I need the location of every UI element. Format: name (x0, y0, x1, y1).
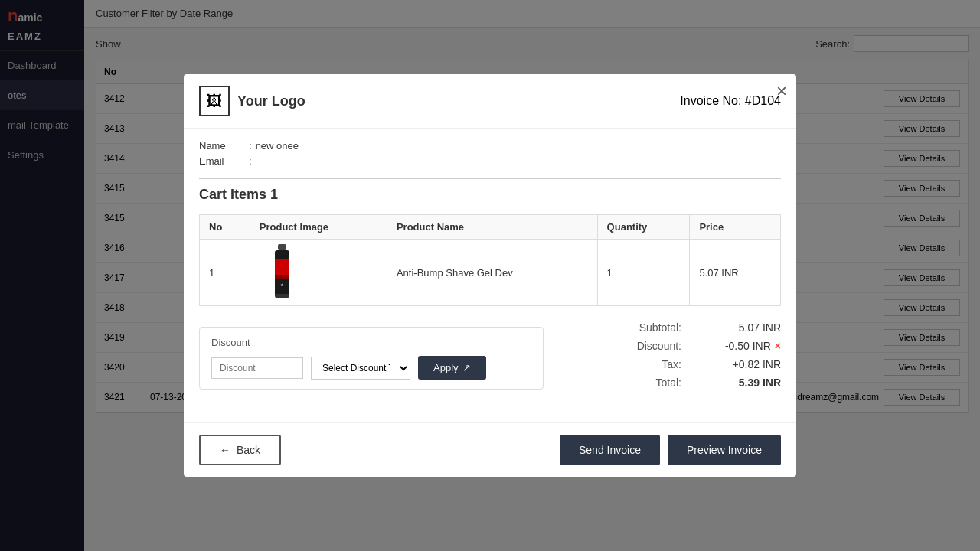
cart-table-header-row: No Product Image Product Name Quantity P… (200, 215, 781, 240)
col-product-name-header: Product Name (387, 215, 597, 240)
svg-rect-2 (275, 259, 289, 275)
total-value: 5.39 INR (704, 377, 781, 389)
section-divider (199, 178, 781, 179)
item-image-cell: ★ (250, 240, 387, 306)
subtotal-row: Subtotal: 5.07 INR (620, 321, 781, 334)
col-quantity-header: Quantity (597, 215, 690, 240)
discount-type-select[interactable]: Select Discount Typ (311, 357, 410, 380)
cart-table: No Product Image Product Name Quantity P… (199, 214, 781, 306)
discount-row: Discount: -0.50 INR × (620, 340, 781, 352)
back-button[interactable]: ← Back (199, 435, 281, 465)
apply-icon: ↗ (462, 362, 471, 373)
discount-remove-icon[interactable]: × (775, 340, 781, 352)
footer-divider (199, 403, 781, 403)
customer-email-row: Email : (199, 155, 781, 167)
tax-row: Tax: +0.82 INR (620, 358, 781, 370)
image-icon: 🖼 (207, 93, 222, 110)
subtotal-label: Subtotal: (620, 321, 681, 334)
name-value: new onee (256, 140, 299, 152)
discount-summary-value: -0.50 INR × (704, 340, 781, 352)
summary-section: Subtotal: 5.07 INR Discount: -0.50 INR ×… (620, 321, 781, 395)
svg-rect-5 (275, 294, 289, 298)
discount-inputs: Select Discount Typ Apply ↗ (211, 356, 531, 380)
svg-rect-0 (278, 244, 286, 250)
product-tube-svg: ★ (269, 244, 296, 302)
preview-invoice-button[interactable]: Preview Invoice (668, 435, 781, 465)
product-image: ★ (260, 246, 305, 299)
logo-text: Your Logo (237, 93, 305, 109)
cart-table-row: 1 ★ (200, 240, 781, 306)
logo-image-placeholder: 🖼 (199, 86, 230, 116)
discount-input-field[interactable] (211, 357, 303, 379)
discount-box: Discount Select Discount Typ Apply ↗ (199, 327, 544, 390)
email-colon: : (249, 155, 252, 167)
modal-logo-area: 🖼 Your Logo (199, 86, 305, 116)
discount-box-label: Discount (211, 337, 531, 348)
modal-header: 🖼 Your Logo Invoice No: #D104 (184, 74, 796, 129)
item-product-name: Anti-Bump Shave Gel Dev (387, 240, 597, 306)
subtotal-value: 5.07 INR (704, 321, 781, 334)
col-price-header: Price (690, 215, 781, 240)
name-label: Name (199, 140, 245, 152)
col-product-image-header: Product Image (250, 215, 387, 240)
tax-label: Tax: (620, 358, 681, 370)
name-colon: : (249, 140, 252, 152)
back-label: Back (237, 444, 260, 456)
total-row: Total: 5.39 INR (620, 377, 781, 389)
col-no-header: No (200, 215, 250, 240)
cart-table-body: 1 ★ (200, 240, 781, 306)
customer-name-row: Name : new onee (199, 140, 781, 152)
invoice-no-label: Invoice No: (680, 94, 741, 107)
item-no: 1 (200, 240, 250, 306)
email-label: Email (199, 155, 245, 167)
send-invoice-button[interactable]: Send Invoice (560, 435, 660, 465)
apply-button[interactable]: Apply ↗ (418, 356, 486, 380)
modal-body: Name : new onee Email : Cart Items 1 No … (184, 129, 796, 422)
discount-amount: -0.50 INR (725, 340, 771, 352)
modal-close-button[interactable]: × (776, 82, 787, 100)
cart-title: Cart Items 1 (199, 187, 781, 203)
customer-info: Name : new onee Email : (199, 140, 781, 167)
svg-rect-3 (275, 275, 289, 279)
invoice-number-area: Invoice No: #D104 (680, 94, 781, 108)
tax-value: +0.82 INR (704, 358, 781, 370)
apply-label: Apply (433, 362, 459, 373)
back-arrow-icon: ← (220, 444, 230, 456)
bottom-section: Discount Select Discount Typ Apply ↗ Sub… (199, 321, 781, 395)
cart-table-head: No Product Image Product Name Quantity P… (200, 215, 781, 240)
item-price: 5.07 INR (690, 240, 781, 306)
discount-summary-label: Discount: (620, 340, 681, 352)
item-quantity: 1 (597, 240, 690, 306)
total-label: Total: (620, 377, 681, 389)
invoice-modal: 🖼 Your Logo Invoice No: #D104 Name : new… (184, 74, 796, 477)
footer-action-buttons: Send Invoice Preview Invoice (560, 435, 781, 465)
modal-footer: ← Back Send Invoice Preview Invoice (184, 422, 796, 477)
invoice-no-value: #D104 (745, 94, 781, 107)
